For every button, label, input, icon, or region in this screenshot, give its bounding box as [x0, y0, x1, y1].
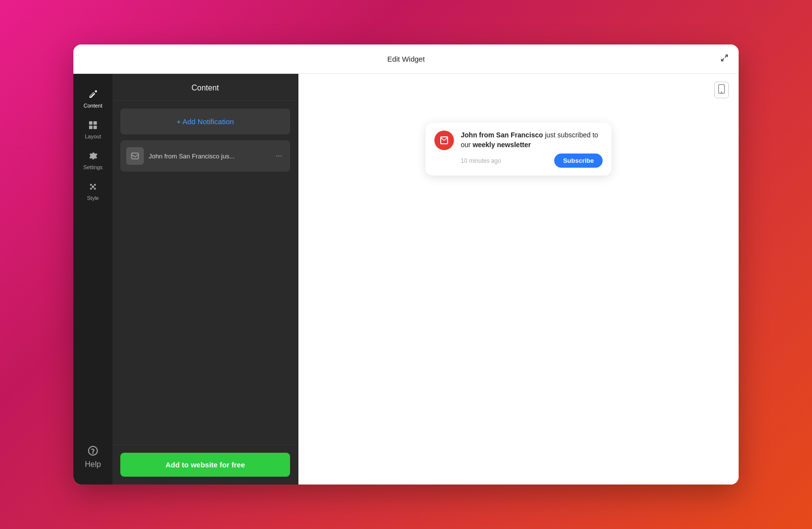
- pencil-icon: [88, 89, 98, 101]
- expand-icon[interactable]: [720, 53, 729, 65]
- window-title: Edit Widget: [387, 55, 425, 63]
- style-icon: [88, 182, 98, 193]
- notification-icon: [434, 131, 454, 150]
- sidebar-item-content-label: Content: [84, 103, 103, 109]
- sidebar-item-settings[interactable]: Settings: [73, 145, 113, 176]
- svg-rect-4: [89, 126, 92, 129]
- sidebar-item-settings-label: Settings: [83, 164, 103, 170]
- content-panel-body: + Add Notification John from San Francis…: [113, 101, 298, 444]
- sidebar-help[interactable]: Help: [73, 440, 113, 475]
- sidebar-item-content[interactable]: Content: [73, 84, 113, 114]
- title-bar: Edit Widget: [73, 44, 739, 74]
- notification-time: 10 minutes ago: [461, 157, 501, 164]
- sidebar-item-layout[interactable]: Layout: [73, 114, 113, 145]
- svg-point-12: [93, 453, 93, 453]
- svg-point-11: [89, 446, 97, 455]
- settings-icon: [88, 151, 98, 162]
- sidebar-item-style[interactable]: Style: [73, 176, 113, 207]
- svg-point-15: [721, 92, 722, 93]
- content-panel-header: Content: [113, 74, 298, 101]
- notification-cta-button[interactable]: Subscribe: [554, 154, 603, 168]
- svg-rect-3: [93, 121, 97, 125]
- notification-item-more-button[interactable]: ···: [274, 151, 284, 161]
- sidebar-item-style-label: Style: [87, 195, 99, 201]
- notification-item-text: John from San Francisco jus...: [149, 153, 269, 160]
- content-panel-footer: Add to website for free: [113, 444, 298, 485]
- notification-message: John from San Francisco just subscribed …: [461, 131, 603, 150]
- content-panel: Content + Add Notification John from San…: [113, 74, 298, 485]
- svg-point-6: [90, 184, 92, 186]
- edit-widget-window: Edit Widget Content: [73, 44, 739, 485]
- layout-icon: [88, 120, 98, 132]
- preview-area: John from San Francisco just subscribed …: [298, 74, 739, 485]
- svg-rect-2: [89, 121, 92, 125]
- notification-item-thumbnail: [126, 147, 144, 165]
- notification-card: John from San Francisco just subscribed …: [426, 123, 611, 176]
- main-area: Content Layout: [73, 74, 739, 485]
- notification-content: John from San Francisco just subscribed …: [461, 131, 603, 168]
- sidebar-item-layout-label: Layout: [85, 133, 101, 139]
- svg-point-7: [94, 184, 96, 186]
- notification-name: John from San Francisco: [461, 131, 543, 139]
- svg-point-8: [90, 188, 92, 190]
- add-to-website-button[interactable]: Add to website for free: [120, 453, 290, 477]
- notification-footer: 10 minutes ago Subscribe: [461, 154, 603, 168]
- svg-point-9: [94, 188, 96, 190]
- sidebar-icons: Content Layout: [73, 74, 113, 485]
- notification-subject: weekly newsletter: [473, 141, 531, 149]
- svg-rect-13: [132, 153, 138, 159]
- add-notification-button[interactable]: + Add Notification: [120, 109, 290, 134]
- svg-point-10: [92, 186, 94, 188]
- sidebar-help-label: Help: [85, 460, 101, 469]
- notification-list-item[interactable]: John from San Francisco jus... ···: [120, 140, 290, 172]
- help-icon: [88, 445, 98, 458]
- svg-rect-5: [93, 126, 97, 129]
- mobile-toggle-button[interactable]: [714, 82, 729, 98]
